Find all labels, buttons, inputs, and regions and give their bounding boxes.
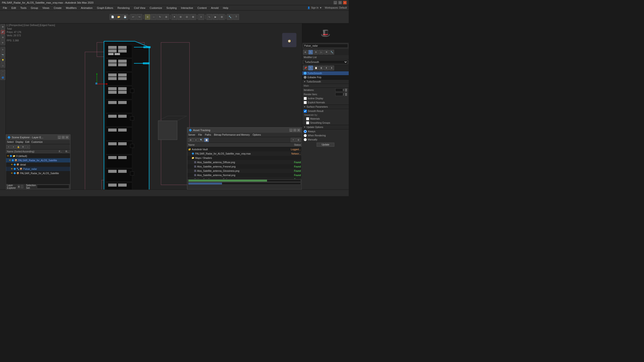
panel-create-btn[interactable]: ⊕ <box>303 50 308 54</box>
tb-render[interactable]: ▶ <box>213 14 218 20</box>
lt-geo[interactable]: △ <box>0 63 5 68</box>
se-restore-btn[interactable]: □ <box>62 136 65 139</box>
iter-up[interactable]: ▲ <box>345 88 347 90</box>
smooth-result-check[interactable] <box>304 110 307 113</box>
at-menu-bitmap[interactable]: Bitmap Performance and Memory <box>214 133 250 136</box>
update-button[interactable]: Update <box>316 143 334 147</box>
always-radio[interactable] <box>304 130 307 133</box>
menu-civil-view[interactable]: Civil View <box>132 6 147 10</box>
se-item-palsar-radar[interactable]: 👁 🔷 🔧 📦 Palsar_radar <box>6 167 70 171</box>
when-rendering-radio[interactable] <box>304 134 307 137</box>
at-item-diffuse[interactable]: 🖼 Alos_Satellite_antenna_Diffuse.png Fou… <box>187 160 302 164</box>
menu-arnold[interactable]: Arnold <box>209 6 220 10</box>
tb-extra2[interactable]: ? <box>233 14 239 20</box>
se-close-btn[interactable]: × <box>66 136 69 139</box>
menu-create[interactable]: Create <box>52 6 64 10</box>
tb-select[interactable]: ⊕ <box>145 14 150 20</box>
tb-undo[interactable]: ↩ <box>130 14 136 20</box>
mod-active-btn[interactable]: ✎ <box>308 65 313 70</box>
iterations-input[interactable] <box>335 88 345 92</box>
at-tb-settings[interactable]: ⚙ <box>296 138 301 142</box>
menu-content[interactable]: Content <box>196 6 208 10</box>
menu-edit[interactable]: Edit <box>10 6 18 10</box>
se-tb-lock[interactable]: 🔒 <box>16 145 20 149</box>
at-menu-server[interactable]: Server <box>188 133 195 136</box>
lt-bind[interactable]: B <box>0 40 5 45</box>
se-menu-customize[interactable]: Customize <box>31 141 43 143</box>
tb-mirror[interactable]: ⊟ <box>184 14 190 20</box>
se-footer-icon2[interactable] <box>21 185 23 188</box>
smoothing-groups-check[interactable] <box>306 121 309 124</box>
modifier-turbosmooth[interactable]: TurboSmooth <box>302 71 349 75</box>
tb-new[interactable]: 📄 <box>110 14 116 20</box>
se-tb-close[interactable]: × <box>6 145 11 149</box>
se-tb-options[interactable]: ⚙ <box>21 145 25 149</box>
tb-move[interactable]: ↔ <box>151 14 157 20</box>
explicit-normals-check[interactable] <box>304 101 307 104</box>
menu-group[interactable]: Group <box>29 6 40 10</box>
at-tb-btn3[interactable]: 🔍 <box>199 138 204 142</box>
se-menu-edit[interactable]: Edit <box>26 141 30 143</box>
tb-snap[interactable]: ✦ <box>172 14 177 20</box>
window-controls[interactable]: _ □ × <box>334 1 347 4</box>
lt-camera[interactable]: 📷 <box>0 52 5 57</box>
menu-help[interactable]: Help <box>221 6 230 10</box>
ri-down[interactable]: ▼ <box>345 94 347 96</box>
at-tb-help[interactable]: ? <box>291 138 296 142</box>
at-tb-btn1[interactable]: ⊞ <box>188 138 193 142</box>
at-item-maps[interactable]: 📁 Maps / Shaders <box>187 156 302 160</box>
panel-motion-btn[interactable]: ▷ <box>319 50 324 54</box>
menu-graph-editors[interactable]: Graph Editors <box>95 6 115 10</box>
at-item-vault[interactable]: 🔐 Autodesk Vault Logged... <box>187 147 302 151</box>
lt-link[interactable]: 🔗 <box>0 30 5 34</box>
at-tb-btn2[interactable]: ≡ <box>194 138 198 142</box>
at-menu-options[interactable]: Options <box>253 133 261 136</box>
menu-scripting[interactable]: Scripting <box>164 6 179 10</box>
object-name-input[interactable] <box>303 44 348 48</box>
se-item-detail[interactable]: 👁 🔷 📦 detail <box>6 162 70 167</box>
surface-params-header[interactable]: ▼ Surface Parameters <box>302 105 349 109</box>
menu-views[interactable]: Views <box>40 6 51 10</box>
tb-render2[interactable]: ⊞ <box>219 14 225 20</box>
mod-pin-btn[interactable]: 📌 <box>303 65 308 70</box>
lt-light[interactable]: 💡 <box>0 58 5 62</box>
maximize-btn[interactable]: □ <box>338 1 342 4</box>
se-item-layer0[interactable]: 👁 🔷 📁 0 (default) <box>6 154 70 158</box>
iter-down[interactable]: ▼ <box>345 90 347 92</box>
turbosmooth-header[interactable]: ▼ TurboSmooth <box>302 80 349 84</box>
modifier-dropdown[interactable]: TurboSmooth <box>302 59 349 65</box>
close-btn[interactable]: × <box>343 1 347 4</box>
at-restore-btn[interactable]: □ <box>293 128 296 132</box>
tb-scale[interactable]: ⊞ <box>163 14 169 20</box>
panel-hierarchy-btn[interactable]: ⚙ <box>314 50 318 54</box>
scene-explorer-titlebar[interactable]: 🔷 Scene Explorer - Layer E... _ □ × <box>6 135 70 140</box>
mod-down-btn[interactable]: ⬇ <box>329 65 334 70</box>
modifier-editable-poly[interactable]: Editable Poly <box>302 75 349 79</box>
at-item-palsar-file[interactable]: 🔷 PALSAR_Radar_for_ALOS_Satellite_max_vr… <box>187 151 302 156</box>
menu-interactive[interactable]: Interactive <box>179 6 195 10</box>
tb-snap2[interactable]: ⊞ <box>178 14 184 20</box>
tb-extra1[interactable]: 🔧 <box>227 14 233 20</box>
tb-open[interactable]: 📂 <box>116 14 122 20</box>
tb-layers[interactable]: ≡ <box>198 14 204 20</box>
mod-copy-btn[interactable]: 📋 <box>314 65 318 70</box>
iterations-spinner[interactable]: ▲ ▼ <box>345 88 347 92</box>
menu-animation[interactable]: Animation <box>79 6 94 10</box>
se-item-palsar2[interactable]: 👁 🔷 📦 PALSAR_Radar_for_ALOS_Satellite <box>6 171 70 175</box>
se-tb-layers[interactable]: ≡ <box>11 145 16 149</box>
lt-twist[interactable]: 🌀 <box>0 75 5 80</box>
modifier-select[interactable]: TurboSmooth <box>303 60 348 64</box>
render-iters-input[interactable] <box>335 93 345 96</box>
menu-tools[interactable]: Tools <box>18 6 28 10</box>
tb-rotate[interactable]: ↻ <box>157 14 163 20</box>
minimize-btn[interactable]: _ <box>334 1 337 4</box>
menu-modifiers[interactable]: Modifiers <box>64 6 78 10</box>
ri-up[interactable]: ▲ <box>345 93 347 94</box>
se-tb-sort[interactable]: ↕ <box>26 145 30 149</box>
at-menu-file[interactable]: File <box>198 133 202 136</box>
at-close-btn[interactable]: × <box>297 128 300 132</box>
lt-bend[interactable]: ⌒ <box>0 70 5 75</box>
isoline-display-check[interactable] <box>304 97 307 100</box>
tb-redo[interactable]: ↪ <box>136 14 142 20</box>
tb-align[interactable]: ⊠ <box>190 14 196 20</box>
